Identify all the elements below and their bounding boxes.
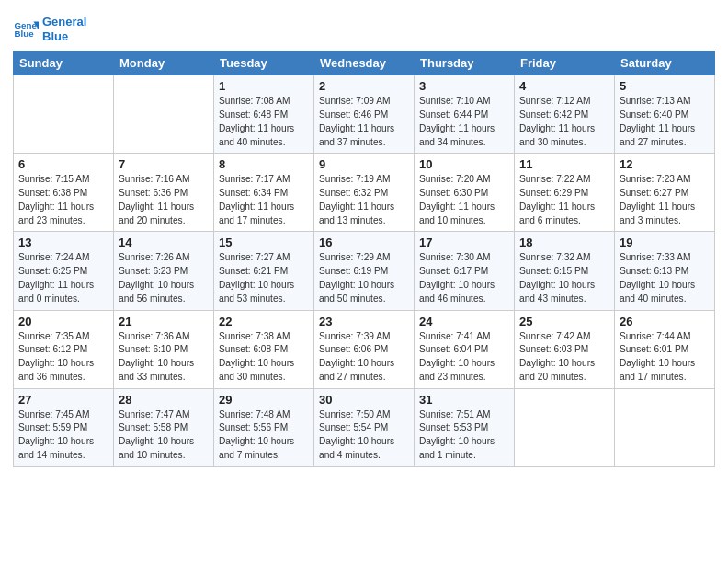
day-number: 14: [119, 236, 209, 249]
calendar-cell: 13Sunrise: 7:24 AM Sunset: 6:25 PM Dayli…: [14, 232, 114, 310]
page-container: General Blue General Blue SundayMondayTu…: [0, 0, 728, 480]
day-number: 24: [419, 315, 509, 328]
day-info: Sunrise: 7:17 AM Sunset: 6:34 PM Dayligh…: [219, 173, 309, 227]
calendar-cell: 8Sunrise: 7:17 AM Sunset: 6:34 PM Daylig…: [214, 154, 314, 232]
day-info: Sunrise: 7:09 AM Sunset: 6:46 PM Dayligh…: [319, 95, 409, 149]
weekday-monday: Monday: [114, 52, 214, 75]
day-number: 30: [319, 393, 409, 407]
day-number: 22: [219, 315, 309, 328]
day-info: Sunrise: 7:26 AM Sunset: 6:23 PM Dayligh…: [119, 251, 209, 305]
calendar-cell: 16Sunrise: 7:29 AM Sunset: 6:19 PM Dayli…: [314, 232, 415, 310]
calendar-cell: 22Sunrise: 7:38 AM Sunset: 6:08 PM Dayli…: [214, 310, 314, 388]
day-number: 9: [319, 157, 409, 171]
calendar-cell: 18Sunrise: 7:32 AM Sunset: 6:15 PM Dayli…: [515, 232, 615, 310]
calendar-cell: 27Sunrise: 7:45 AM Sunset: 5:59 PM Dayli…: [14, 388, 114, 466]
day-number: 10: [419, 157, 509, 171]
calendar-cell: [114, 75, 214, 154]
calendar-cell: 5Sunrise: 7:13 AM Sunset: 6:40 PM Daylig…: [615, 75, 715, 154]
calendar-cell: 19Sunrise: 7:33 AM Sunset: 6:13 PM Dayli…: [615, 232, 715, 310]
logo: General Blue General Blue: [13, 15, 86, 43]
day-number: 16: [319, 236, 409, 249]
calendar-cell: [515, 388, 615, 466]
calendar-cell: 2Sunrise: 7:09 AM Sunset: 6:46 PM Daylig…: [314, 75, 415, 154]
svg-text:Blue: Blue: [14, 29, 34, 39]
day-info: Sunrise: 7:42 AM Sunset: 6:03 PM Dayligh…: [519, 330, 609, 385]
logo-text: General Blue: [42, 15, 86, 43]
calendar-cell: 14Sunrise: 7:26 AM Sunset: 6:23 PM Dayli…: [114, 232, 214, 310]
weekday-saturday: Saturday: [615, 52, 715, 75]
week-row-3: 13Sunrise: 7:24 AM Sunset: 6:25 PM Dayli…: [14, 232, 715, 310]
calendar-cell: 15Sunrise: 7:27 AM Sunset: 6:21 PM Dayli…: [214, 232, 314, 310]
day-number: 15: [219, 236, 309, 249]
day-info: Sunrise: 7:30 AM Sunset: 6:17 PM Dayligh…: [419, 251, 509, 305]
day-info: Sunrise: 7:39 AM Sunset: 6:06 PM Dayligh…: [319, 330, 409, 385]
day-info: Sunrise: 7:10 AM Sunset: 6:44 PM Dayligh…: [419, 95, 509, 149]
week-row-5: 27Sunrise: 7:45 AM Sunset: 5:59 PM Dayli…: [14, 388, 715, 466]
day-info: Sunrise: 7:27 AM Sunset: 6:21 PM Dayligh…: [219, 251, 309, 305]
week-row-2: 6Sunrise: 7:15 AM Sunset: 6:38 PM Daylig…: [14, 154, 715, 232]
page-header: General Blue General Blue: [13, 9, 715, 43]
day-info: Sunrise: 7:35 AM Sunset: 6:12 PM Dayligh…: [18, 330, 108, 385]
day-number: 19: [620, 236, 710, 249]
day-number: 26: [620, 315, 710, 328]
calendar-cell: [14, 75, 114, 154]
calendar-cell: 31Sunrise: 7:51 AM Sunset: 5:53 PM Dayli…: [415, 388, 515, 466]
calendar-cell: 21Sunrise: 7:36 AM Sunset: 6:10 PM Dayli…: [114, 310, 214, 388]
calendar-cell: 12Sunrise: 7:23 AM Sunset: 6:27 PM Dayli…: [615, 154, 715, 232]
day-number: 20: [18, 315, 108, 328]
day-number: 18: [519, 236, 609, 249]
day-info: Sunrise: 7:19 AM Sunset: 6:32 PM Dayligh…: [319, 173, 409, 227]
day-info: Sunrise: 7:16 AM Sunset: 6:36 PM Dayligh…: [119, 173, 209, 227]
day-info: Sunrise: 7:36 AM Sunset: 6:10 PM Dayligh…: [119, 330, 209, 385]
day-number: 3: [419, 79, 509, 93]
week-row-1: 1Sunrise: 7:08 AM Sunset: 6:48 PM Daylig…: [14, 75, 715, 154]
calendar-cell: [615, 388, 715, 466]
day-info: Sunrise: 7:44 AM Sunset: 6:01 PM Dayligh…: [620, 330, 710, 385]
day-number: 23: [319, 315, 409, 328]
day-info: Sunrise: 7:38 AM Sunset: 6:08 PM Dayligh…: [219, 330, 309, 385]
day-number: 13: [18, 236, 108, 249]
calendar-cell: 11Sunrise: 7:22 AM Sunset: 6:29 PM Dayli…: [515, 154, 615, 232]
day-info: Sunrise: 7:29 AM Sunset: 6:19 PM Dayligh…: [319, 251, 409, 305]
day-number: 1: [219, 79, 309, 93]
day-number: 7: [119, 157, 209, 171]
calendar-cell: 25Sunrise: 7:42 AM Sunset: 6:03 PM Dayli…: [515, 310, 615, 388]
calendar-cell: 30Sunrise: 7:50 AM Sunset: 5:54 PM Dayli…: [314, 388, 415, 466]
logo-icon: General Blue: [13, 17, 39, 42]
weekday-tuesday: Tuesday: [214, 52, 314, 75]
weekday-friday: Friday: [515, 52, 615, 75]
day-number: 27: [18, 393, 108, 407]
calendar-cell: 24Sunrise: 7:41 AM Sunset: 6:04 PM Dayli…: [415, 310, 515, 388]
week-row-4: 20Sunrise: 7:35 AM Sunset: 6:12 PM Dayli…: [14, 310, 715, 388]
calendar-cell: 23Sunrise: 7:39 AM Sunset: 6:06 PM Dayli…: [314, 310, 415, 388]
day-info: Sunrise: 7:20 AM Sunset: 6:30 PM Dayligh…: [419, 173, 509, 227]
calendar-cell: 17Sunrise: 7:30 AM Sunset: 6:17 PM Dayli…: [415, 232, 515, 310]
day-info: Sunrise: 7:15 AM Sunset: 6:38 PM Dayligh…: [18, 173, 108, 227]
day-info: Sunrise: 7:32 AM Sunset: 6:15 PM Dayligh…: [519, 251, 609, 305]
day-info: Sunrise: 7:23 AM Sunset: 6:27 PM Dayligh…: [620, 173, 710, 227]
calendar-cell: 1Sunrise: 7:08 AM Sunset: 6:48 PM Daylig…: [214, 75, 314, 154]
calendar-cell: 7Sunrise: 7:16 AM Sunset: 6:36 PM Daylig…: [114, 154, 214, 232]
day-number: 28: [119, 393, 209, 407]
weekday-header-row: SundayMondayTuesdayWednesdayThursdayFrid…: [14, 52, 715, 75]
day-info: Sunrise: 7:51 AM Sunset: 5:53 PM Dayligh…: [419, 408, 509, 463]
weekday-wednesday: Wednesday: [314, 52, 415, 75]
day-number: 25: [519, 315, 609, 328]
day-info: Sunrise: 7:50 AM Sunset: 5:54 PM Dayligh…: [319, 408, 409, 463]
day-info: Sunrise: 7:08 AM Sunset: 6:48 PM Dayligh…: [219, 95, 309, 149]
calendar-cell: 10Sunrise: 7:20 AM Sunset: 6:30 PM Dayli…: [415, 154, 515, 232]
calendar-cell: 9Sunrise: 7:19 AM Sunset: 6:32 PM Daylig…: [314, 154, 415, 232]
day-number: 31: [419, 393, 509, 407]
day-number: 29: [219, 393, 309, 407]
calendar-cell: 26Sunrise: 7:44 AM Sunset: 6:01 PM Dayli…: [615, 310, 715, 388]
day-number: 11: [519, 157, 609, 171]
day-info: Sunrise: 7:12 AM Sunset: 6:42 PM Dayligh…: [519, 95, 609, 149]
calendar-cell: 4Sunrise: 7:12 AM Sunset: 6:42 PM Daylig…: [515, 75, 615, 154]
day-info: Sunrise: 7:33 AM Sunset: 6:13 PM Dayligh…: [620, 251, 710, 305]
day-info: Sunrise: 7:47 AM Sunset: 5:58 PM Dayligh…: [119, 408, 209, 463]
calendar-cell: 20Sunrise: 7:35 AM Sunset: 6:12 PM Dayli…: [14, 310, 114, 388]
day-number: 2: [319, 79, 409, 93]
day-number: 5: [620, 79, 710, 93]
day-number: 17: [419, 236, 509, 249]
weekday-sunday: Sunday: [14, 52, 114, 75]
